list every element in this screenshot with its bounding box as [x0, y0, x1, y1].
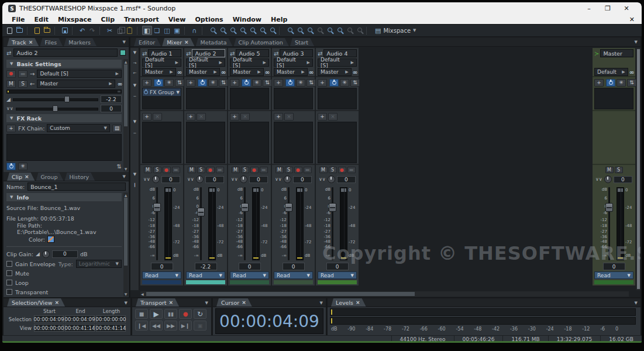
channel-mute-button[interactable]: M [232, 167, 240, 173]
panel-menu-icon[interactable]: ▼ [635, 40, 638, 44]
fx-list[interactable] [274, 88, 313, 109]
pan-value[interactable]: 0 [161, 176, 180, 183]
fx-rack-view-button[interactable]: ▤ [112, 125, 122, 132]
channel-solo-button[interactable]: S [241, 167, 249, 173]
pan-value[interactable]: 0 [614, 176, 632, 183]
fx-power-button[interactable] [329, 79, 339, 87]
solo-button[interactable]: S [18, 80, 27, 88]
pause-button[interactable]: ▮▮ [164, 309, 177, 319]
zoom-fit-icon[interactable] [314, 26, 324, 35]
scrollbar-thumb[interactable] [124, 198, 128, 266]
time-field[interactable]: 00:00:00:00 [96, 315, 126, 323]
fx-bypass-button[interactable]: ✳ [164, 79, 174, 87]
clip-gain-value[interactable]: 0 [52, 250, 78, 258]
channel-mute-button[interactable]: M [605, 167, 614, 173]
fader-track[interactable] [332, 187, 333, 260]
channel-monitor-button[interactable]: ▬ [216, 167, 224, 173]
input-monitor-button[interactable]: ▬ [18, 70, 27, 78]
channel-mute-button[interactable]: M [319, 167, 328, 173]
channel-output-select[interactable]: Master▶ [318, 68, 352, 76]
add-send-button[interactable]: + [142, 113, 151, 121]
fx-reorder-button[interactable]: ⇅ [350, 79, 360, 87]
stereo-link-icon[interactable]: ∞ [309, 69, 313, 75]
tab-mixer[interactable]: Mixer× [162, 38, 194, 46]
pan-knob[interactable] [196, 176, 204, 183]
fx-item-power-icon[interactable] [144, 90, 148, 95]
zoom-out-time-icon[interactable] [217, 26, 227, 35]
zoom-next-icon[interactable] [354, 26, 364, 35]
fader-handle[interactable] [285, 203, 292, 212]
fader-track[interactable] [608, 187, 610, 260]
pan-knob[interactable] [152, 176, 160, 183]
zoom-right-edge-icon[interactable] [267, 26, 277, 35]
channel-input-select[interactable]: Default [S]▶ [274, 58, 313, 67]
clip-color-swatch[interactable] [47, 236, 54, 243]
stereo-link-icon[interactable]: ∞ [177, 69, 181, 75]
scroll-up-icon[interactable]: ▲ [123, 193, 128, 197]
stereo-link-icon[interactable]: ∞ [118, 81, 122, 87]
basic-settings-header[interactable]: ▼ Basic Settings [6, 60, 122, 68]
tab-start[interactable]: Start [290, 38, 314, 46]
menu-edit[interactable]: Edit [30, 16, 53, 23]
maximize-button[interactable]: ❐ [598, 5, 617, 12]
channel-record-button[interactable]: ● [250, 167, 259, 173]
loop-button[interactable]: ↻ [194, 309, 206, 319]
add-send-button[interactable]: + [274, 113, 283, 121]
tab-close-icon[interactable]: × [242, 300, 246, 305]
zoom-in-time-icon[interactable] [207, 26, 217, 35]
menu-help[interactable]: Help [266, 16, 292, 23]
channel-name-input[interactable]: Audio 4 [323, 49, 357, 57]
copy-icon[interactable] [115, 26, 125, 35]
remove-send-icon[interactable]: − [130, 131, 139, 136]
panel-menu-icon[interactable]: ▼ [125, 301, 128, 305]
tab-close-icon[interactable]: × [55, 300, 60, 305]
channel-record-button[interactable]: ● [294, 167, 302, 173]
sends-list[interactable] [142, 122, 181, 163]
track-name-input[interactable]: Audio 2 [13, 49, 118, 57]
menu-clip[interactable]: Clip [97, 16, 120, 23]
volume-slider-handle[interactable] [64, 96, 70, 102]
fx-reorder-button[interactable]: ⇅ [627, 79, 636, 87]
tab-clip-automation[interactable]: Clip Automation [234, 38, 289, 46]
mixer-horizontal-scrollbar[interactable]: ◀ [140, 291, 629, 297]
remove-send-button[interactable]: × [284, 113, 294, 121]
channel-input-select[interactable]: Default [S]▶ [230, 58, 269, 67]
fx-bypass-button[interactable]: ✳ [617, 79, 626, 87]
fader-handle[interactable] [605, 203, 613, 212]
input-route-icon[interactable]: → [130, 61, 139, 66]
channel-name-input[interactable]: Audio 1 [148, 49, 181, 57]
channel-input-select[interactable]: Default [S]▶ [318, 58, 357, 67]
fader-gain-value[interactable]: 0 [326, 263, 349, 270]
fx-reorder-button[interactable]: ⇅ [263, 79, 272, 87]
automation-mode-select[interactable]: Read▼ [230, 271, 269, 279]
tab-markers[interactable]: Markers [64, 38, 97, 46]
fader-handle[interactable] [153, 203, 161, 212]
tab-close-icon[interactable]: × [29, 39, 33, 45]
mixer-vertical-scrollbar[interactable] [636, 48, 640, 290]
channel-mute-button[interactable]: M [188, 167, 196, 173]
menu-options[interactable]: Options [190, 16, 228, 23]
add-send-button[interactable]: + [230, 113, 239, 121]
pan-value[interactable]: 0 [249, 176, 268, 183]
zoom-selection-icon[interactable] [237, 26, 247, 35]
fader-track[interactable] [288, 187, 290, 260]
pan-value[interactable]: 0 [293, 176, 312, 183]
sends-list[interactable] [318, 122, 357, 163]
fx-list[interactable] [594, 88, 633, 109]
fader-gain-value[interactable]: 0 [151, 263, 173, 270]
sends-list[interactable] [230, 122, 269, 163]
menu-mixspace[interactable]: Mixspace [53, 16, 97, 23]
time-field[interactable]: 00:00:04:09 [65, 315, 95, 323]
envelope-type-select[interactable]: Logarithmic ▼ [76, 260, 122, 268]
pan-knob[interactable] [328, 176, 335, 183]
scroll-up-icon[interactable]: ▲ [123, 60, 128, 64]
clip-gain-knob[interactable] [42, 250, 50, 258]
fx-bypass-button[interactable]: ✳ [208, 79, 218, 87]
pan-knob[interactable] [240, 176, 247, 183]
cut-icon[interactable]: ✂ [105, 26, 115, 35]
channel-monitor-button[interactable]: ▬ [260, 167, 268, 173]
pan-slider[interactable] [16, 105, 98, 112]
channel-output-select[interactable]: Master▶ [230, 68, 264, 76]
tab-group[interactable]: Group [36, 173, 64, 181]
panel-menu-icon[interactable]: ▼ [205, 301, 208, 305]
